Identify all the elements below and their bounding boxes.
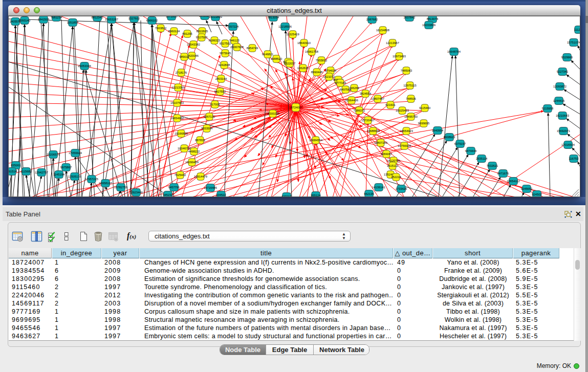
- svg-text:4498222: 4498222: [188, 150, 200, 153]
- svg-text:16154808: 16154808: [376, 29, 389, 32]
- svg-text:19654923: 19654923: [400, 129, 413, 133]
- svg-text:5215958: 5215958: [542, 107, 554, 110]
- svg-text:20206576: 20206576: [47, 153, 60, 156]
- svg-text:662135: 662135: [364, 192, 374, 195]
- svg-text:3824554: 3824554: [360, 92, 372, 95]
- svg-text:955124: 955124: [311, 194, 321, 196]
- svg-text:16033809: 16033809: [209, 16, 222, 18]
- svg-text:16120746: 16120746: [387, 159, 400, 162]
- svg-text:116753: 116753: [569, 157, 578, 160]
- svg-text:1145194: 1145194: [53, 173, 65, 176]
- svg-text:15751074: 15751074: [567, 41, 580, 44]
- svg-text:621601: 621601: [385, 103, 395, 106]
- svg-text:12213967: 12213967: [386, 41, 399, 45]
- svg-text:15716485: 15716485: [204, 186, 217, 189]
- svg-text:7663822: 7663822: [155, 27, 167, 30]
- svg-text:10025433: 10025433: [396, 109, 409, 112]
- svg-text:12975115: 12975115: [403, 84, 417, 87]
- svg-text:748506: 748506: [406, 97, 416, 100]
- svg-text:10653287: 10653287: [105, 18, 118, 21]
- svg-text:17359924: 17359924: [69, 151, 82, 155]
- svg-text:16543382: 16543382: [187, 43, 200, 46]
- svg-text:16107553: 16107553: [170, 101, 184, 104]
- svg-text:6497568: 6497568: [340, 88, 352, 91]
- svg-text:16099459: 16099459: [185, 161, 199, 164]
- svg-text:9084067: 9084067: [381, 152, 393, 156]
- svg-text:1588520: 1588520: [271, 57, 282, 60]
- svg-text:9245652: 9245652: [521, 187, 533, 190]
- svg-text:8427552: 8427552: [214, 90, 226, 93]
- svg-text:8471676: 8471676: [497, 172, 509, 175]
- svg-text:8186323: 8186323: [209, 39, 221, 42]
- svg-text:9327502: 9327502: [220, 42, 231, 45]
- svg-text:7386372: 7386372: [354, 109, 365, 112]
- svg-text:9474444: 9474444: [465, 149, 477, 152]
- svg-text:3267130: 3267130: [204, 115, 215, 118]
- svg-text:8960124: 8960124: [168, 30, 180, 33]
- svg-text:12923446: 12923446: [129, 191, 143, 194]
- svg-text:9699695: 9699695: [418, 122, 430, 125]
- svg-text:1733426: 1733426: [396, 187, 407, 190]
- svg-text:19166825: 19166825: [175, 132, 188, 135]
- svg-text:16210643: 16210643: [556, 114, 569, 117]
- svg-text:7357224: 7357224: [227, 25, 239, 28]
- svg-text:20364436: 20364436: [345, 99, 358, 102]
- svg-text:1051857: 1051857: [67, 21, 79, 24]
- svg-text:10654112: 10654112: [507, 180, 520, 183]
- svg-text:9327503: 9327503: [196, 36, 208, 39]
- svg-text:9146821: 9146821: [262, 53, 274, 56]
- svg-text:989011: 989011: [179, 55, 189, 58]
- svg-text:252214: 252214: [391, 176, 401, 179]
- svg-text:16782759: 16782759: [114, 186, 127, 189]
- svg-text:7485063: 7485063: [401, 69, 412, 72]
- svg-text:391514: 391514: [9, 170, 17, 173]
- svg-text:3553594: 3553594: [201, 127, 213, 130]
- svg-text:12093872: 12093872: [553, 85, 567, 88]
- svg-text:11325419: 11325419: [286, 33, 299, 36]
- svg-text:9777169: 9777169: [335, 81, 346, 84]
- svg-text:14136141: 14136141: [372, 186, 385, 189]
- svg-text:1640954: 1640954: [432, 129, 444, 132]
- svg-text:887833: 887833: [195, 139, 205, 142]
- svg-text:9242848: 9242848: [219, 63, 230, 67]
- svg-text:2803144: 2803144: [215, 77, 227, 80]
- svg-text:10756928: 10756928: [398, 144, 411, 147]
- svg-text:1071918: 1071918: [166, 16, 178, 18]
- svg-text:8454749: 8454749: [247, 47, 258, 50]
- svg-text:7632621: 7632621: [487, 164, 498, 167]
- svg-text:6379197: 6379197: [454, 142, 466, 145]
- svg-text:10688609: 10688609: [366, 129, 380, 133]
- svg-text:8813074: 8813074: [427, 17, 439, 20]
- svg-text:6966102: 6966102: [146, 19, 158, 22]
- svg-text:7955812: 7955812: [316, 59, 328, 62]
- svg-text:945231: 945231: [163, 193, 172, 196]
- svg-text:17016504: 17016504: [561, 143, 575, 146]
- svg-text:2718176: 2718176: [176, 71, 187, 74]
- svg-text:8812345: 8812345: [92, 16, 103, 19]
- svg-text:2087682: 2087682: [366, 18, 378, 21]
- svg-text:7625402: 7625402: [175, 173, 186, 177]
- svg-text:9457791: 9457791: [168, 186, 180, 189]
- svg-text:10958107: 10958107: [99, 182, 112, 185]
- svg-text:835061: 835061: [11, 164, 20, 167]
- svg-text:20053346: 20053346: [78, 64, 91, 68]
- svg-text:546123: 546123: [229, 39, 239, 42]
- svg-text:12213369: 12213369: [171, 86, 185, 89]
- svg-text:18300295: 18300295: [266, 112, 279, 115]
- svg-text:10807487: 10807487: [371, 97, 384, 100]
- svg-text:7681234: 7681234: [51, 16, 62, 19]
- svg-text:8990448: 8990448: [311, 71, 323, 74]
- svg-text:12218506: 12218506: [278, 25, 292, 28]
- svg-text:15720407: 15720407: [361, 119, 375, 122]
- svg-text:8938923: 8938923: [444, 136, 455, 139]
- svg-text:15692971: 15692971: [557, 129, 570, 133]
- svg-text:16033809: 16033809: [422, 24, 435, 27]
- svg-text:2935114: 2935114: [476, 157, 488, 160]
- svg-text:16046736: 16046736: [178, 147, 191, 150]
- svg-text:9115460: 9115460: [419, 106, 431, 110]
- svg-text:16648784: 16648784: [447, 50, 461, 53]
- svg-text:1615112: 1615112: [387, 164, 398, 167]
- svg-text:9794028: 9794028: [325, 69, 337, 72]
- svg-text:924502: 924502: [532, 193, 541, 196]
- svg-text:16961758: 16961758: [305, 50, 318, 53]
